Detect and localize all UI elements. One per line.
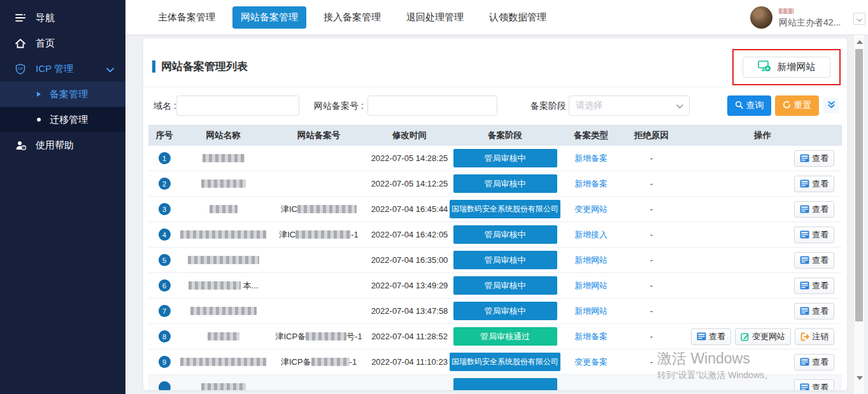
scroll-down-arrow-icon[interactable] [857,376,863,380]
tab-3[interactable]: 退回处理管理 [398,6,472,29]
table-row: 查看 [148,375,842,390]
stage-badge: 管局审核中 [453,276,557,295]
search-icon [735,101,743,111]
view-icon [800,256,809,264]
deregister-button[interactable]: 注销 [795,328,834,345]
add-website-button[interactable]: 新增网站 [743,57,830,78]
action-label: 注销 [812,331,829,342]
modified-time: 2022-07-04 16:42:05 [371,230,448,239]
action-label: 查看 [812,153,829,164]
view-button[interactable]: 查看 [794,176,834,192]
icp-number-cell: 津IC-1 [266,229,371,241]
nav-tabs: 主体备案管理网站备案管理接入备案管理退回处理管理认领数据管理 [150,0,555,35]
modified-time: 2022-07-05 14:12:25 [371,179,448,188]
row-number-badge: 6 [159,279,171,292]
filing-type-link[interactable]: 新增备案 [574,153,608,164]
tab-0[interactable]: 主体备案管理 [150,6,224,29]
search-label: 查询 [746,100,764,111]
redacted-text [208,332,239,341]
icp-number-fragment: 号-1 [346,331,362,342]
reject-reason: - [620,306,683,316]
sidebar-item-migration-management[interactable]: 迁移管理 [0,107,125,132]
filing-type-link[interactable]: 新增备案 [574,178,608,190]
user-role-label: 网站主办者42... [779,17,841,29]
redacted-text [189,281,241,290]
icp-number-cell: 津ICP备-1 [266,356,371,368]
view-button[interactable]: 查看 [794,278,834,294]
sidebar-item-help[interactable]: ? 使用帮助 [0,132,125,158]
filing-type-link[interactable]: 新增接入 [574,229,608,241]
modified-time: 2022-07-04 11:28:52 [371,332,448,341]
view-button[interactable]: 查看 [794,252,834,269]
add-website-label: 新增网站 [778,61,816,73]
stage-select[interactable]: 请选择 [569,95,690,116]
modified-time: 2022-07-04 16:35:00 [371,255,448,265]
icp-number-fragment: -1 [351,230,359,239]
tab-4[interactable]: 认领数据管理 [481,6,555,29]
search-button[interactable]: 查询 [727,95,771,116]
table-row: 52022-07-04 16:35:00管局审核中新增网站-查看 [148,248,842,273]
filing-type-link[interactable]: 新增网站 [574,306,608,317]
menu-icon [15,13,28,22]
action-label: 查看 [812,229,829,241]
view-icon [800,358,809,366]
table-row: 3津IC2022-07-04 16:45:44国瑞数码安全系统股份有限公司变更网… [148,197,842,222]
sidebar-item-label: 导航 [36,12,55,24]
website-name-cell [180,230,266,239]
stage-label: 备案阶段 : [530,95,571,116]
vertical-scrollbar[interactable] [853,35,864,394]
view-button[interactable]: 查看 [794,150,834,167]
row-number-badge: 4 [159,229,171,241]
column-header: 备案类型 [562,130,620,141]
cancel-icon [800,332,809,341]
svg-text:CP: CP [18,67,23,71]
sidebar-item-navigation[interactable]: 导航 [0,5,125,31]
view-icon [800,307,809,315]
domain-input[interactable] [176,95,299,116]
filing-type-link[interactable]: 新增备案 [574,331,608,342]
change-website-button[interactable]: 变更网站 [735,328,791,345]
view-button[interactable]: 查看 [794,379,834,391]
tab-2[interactable]: 接入备案管理 [315,6,389,29]
stage-badge: 管局审核中 [453,225,557,244]
avatar[interactable] [750,6,772,29]
sidebar-item-home[interactable]: 首页 [0,31,125,56]
action-label: 查看 [812,178,829,190]
view-button[interactable]: 查看 [794,354,834,370]
redacted-text [306,332,346,341]
sidebar-item-icp-management[interactable]: CP ICP 管理 [0,56,125,81]
view-button[interactable]: 查看 [794,303,834,320]
view-icon [697,332,706,341]
redacted-text [188,256,259,264]
filing-type-link[interactable]: 新增网站 [574,255,608,266]
scrollbar-thumb[interactable] [855,49,863,321]
sidebar: 导航 首页 CP ICP 管理 备案管理 迁移管理 ? 使用帮助 [0,0,125,394]
expand-filters-button[interactable] [823,98,839,113]
stage-badge: 管局审核中 [453,149,557,167]
website-name-cell: 本... [180,280,266,292]
scroll-up-arrow-icon[interactable] [857,40,863,44]
icp-number-input[interactable] [367,95,497,116]
sidebar-item-filing-management[interactable]: 备案管理 [0,81,125,107]
filing-type-link[interactable]: 变更备案 [574,356,608,368]
row-number-badge: 9 [159,356,171,368]
sidebar-subitem-label: 备案管理 [50,88,88,101]
reject-reason: - [620,357,683,367]
icp-number-cell: 津ICP备号-1 [266,331,371,342]
column-header: 修改时间 [371,130,448,141]
icp-number-fragment: 津ICP备 [275,331,306,342]
tab-1[interactable]: 网站备案管理 [232,6,306,29]
filing-type-link[interactable]: 变更网站 [574,204,608,215]
icp-number-cell: 津IC [266,204,371,215]
view-button[interactable]: 查看 [794,227,834,243]
row-number-badge: 2 [159,178,171,190]
view-button[interactable]: 查看 [691,328,731,345]
filing-type-link[interactable]: 新增网站 [574,280,608,292]
change-icon [741,332,750,341]
user-dropdown-button[interactable] [853,13,865,25]
view-button[interactable]: 查看 [794,201,834,218]
stage-badge: 国瑞数码安全系统股份有限公司 [450,200,560,218]
column-header: 序号 [148,130,180,141]
sidebar-item-label: 首页 [36,38,55,50]
reset-button[interactable]: 重置 [775,95,819,116]
